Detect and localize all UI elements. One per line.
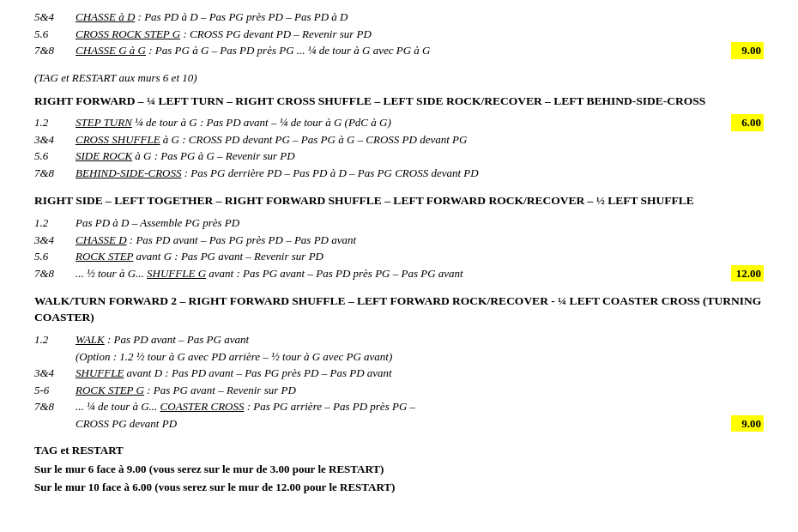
score-badge: 12.00 bbox=[731, 265, 764, 282]
desc-text: CHASSE G à G : Pas PG à G – Pas PD près … bbox=[76, 42, 724, 59]
section-2-line-4: 7&8 ... ½ tour à G... SHUFFLE G avant : … bbox=[34, 265, 764, 282]
section-3-line-4: 7&8 ... ¼ de tour à G... COASTER CROSS :… bbox=[34, 398, 764, 415]
count-label: 5.6 bbox=[34, 26, 76, 43]
desc-text: ROCK STEP G : Pas PG avant – Revenir sur… bbox=[76, 382, 764, 399]
section-1-line-1: 1.2 STEP TURN ¼ de tour à G : Pas PD ava… bbox=[34, 114, 764, 131]
score-badge: 9.00 bbox=[731, 42, 764, 59]
desc-text: ... ½ tour à G... SHUFFLE G avant : Pas … bbox=[76, 265, 724, 282]
desc-text: STEP TURN ¼ de tour à G : Pas PD avant –… bbox=[76, 114, 724, 131]
section-2-header: RIGHT SIDE – LEFT TOGETHER – RIGHT FORWA… bbox=[34, 193, 764, 209]
section-2: RIGHT SIDE – LEFT TOGETHER – RIGHT FORWA… bbox=[34, 193, 764, 281]
section-3-line-2: 3&4 SHUFFLE avant D : Pas PD avant – Pas… bbox=[34, 365, 764, 382]
count-label: 7&8 bbox=[34, 265, 76, 282]
desc-text: CROSS ROCK STEP G : CROSS PG devant PD –… bbox=[76, 26, 764, 43]
count-label: 5.6 bbox=[34, 248, 76, 265]
section-1-line-4: 7&8 BEHIND-SIDE-CROSS : Pas PG derrière … bbox=[34, 165, 764, 182]
count-label: 5.6 bbox=[34, 148, 76, 165]
intro-line-1: 5&4 CHASSE à D : Pas PD à D – Pas PG prè… bbox=[34, 9, 764, 26]
wall-line-1: Sur le mur 6 face à 9.00 (vous serez sur… bbox=[34, 461, 764, 479]
count-label: 3&4 bbox=[34, 365, 76, 382]
section-1-line-2: 3&4 CROSS SHUFFLE à G : CROSS PD devant … bbox=[34, 131, 764, 148]
count-label: 3&4 bbox=[34, 232, 76, 249]
intro-line-3: 7&8 CHASSE G à G : Pas PG à G – Pas PD p… bbox=[34, 42, 764, 59]
count-label: 1.2 bbox=[34, 215, 76, 232]
section-3-line-5: CROSS PG devant PD 9.00 bbox=[34, 415, 764, 432]
tag-restart-label: TAG et RESTART bbox=[34, 444, 764, 457]
desc-text: CHASSE à D : Pas PD à D – Pas PG près PD… bbox=[76, 9, 764, 26]
desc-text: CROSS PG devant PD bbox=[76, 415, 724, 432]
count-label: 5&4 bbox=[34, 9, 76, 26]
footer-section: TAG et RESTART Sur le mur 6 face à 9.00 … bbox=[34, 444, 764, 497]
desc-text: Pas PD à D – Assemble PG près PD bbox=[76, 215, 764, 232]
desc-text: ROCK STEP avant G : Pas PG avant – Reven… bbox=[76, 248, 764, 265]
section-1-header: RIGHT FORWARD – ¼ LEFT TURN – RIGHT CROS… bbox=[34, 94, 764, 110]
count-label: 1.2 bbox=[34, 331, 76, 348]
count-label: 7&8 bbox=[34, 165, 76, 182]
intro-section: 5&4 CHASSE à D : Pas PD à D – Pas PG prè… bbox=[34, 9, 764, 59]
desc-text: WALK : Pas PD avant – Pas PG avant bbox=[76, 331, 764, 348]
desc-text: SHUFFLE avant D : Pas PD avant – Pas PG … bbox=[76, 365, 764, 382]
count-label: 3&4 bbox=[34, 131, 76, 148]
section-2-line-2: 3&4 CHASSE D : Pas PD avant – Pas PG prè… bbox=[34, 232, 764, 249]
wall-line-2: Sur le mur 10 face à 6.00 (vous serez su… bbox=[34, 479, 764, 497]
desc-text: ... ¼ de tour à G... COASTER CROSS : Pas… bbox=[76, 398, 764, 415]
count-label: 7&8 bbox=[34, 398, 76, 415]
option-note: (Option : 1.2 ½ tour à G avec PD arrière… bbox=[76, 348, 764, 366]
tag-note: (TAG et RESTART aux murs 6 et 10) bbox=[34, 71, 764, 85]
desc-text: SIDE ROCK à G : Pas PG à G – Revenir sur… bbox=[76, 148, 764, 165]
section-2-line-1: 1.2 Pas PD à D – Assemble PG près PD bbox=[34, 215, 764, 232]
desc-text: BEHIND-SIDE-CROSS : Pas PG derrière PD –… bbox=[76, 165, 764, 182]
section-3-line-1: 1.2 WALK : Pas PD avant – Pas PG avant bbox=[34, 331, 764, 348]
intro-line-2: 5.6 CROSS ROCK STEP G : CROSS PG devant … bbox=[34, 26, 764, 43]
desc-text: CROSS SHUFFLE à G : CROSS PD devant PG –… bbox=[76, 131, 764, 148]
section-1-line-3: 5.6 SIDE ROCK à G : Pas PG à G – Revenir… bbox=[34, 148, 764, 165]
count-label: 5-6 bbox=[34, 382, 76, 399]
main-content: 5&4 CHASSE à D : Pas PD à D – Pas PG prè… bbox=[34, 9, 764, 497]
count-label: 7&8 bbox=[34, 42, 76, 59]
desc-text: CHASSE D : Pas PD avant – Pas PG près PD… bbox=[76, 232, 764, 249]
score-badge: 6.00 bbox=[731, 114, 764, 131]
count-label: 1.2 bbox=[34, 114, 76, 131]
section-1: RIGHT FORWARD – ¼ LEFT TURN – RIGHT CROS… bbox=[34, 94, 764, 182]
score-badge: 9.00 bbox=[731, 415, 764, 432]
section-3-line-3: 5-6 ROCK STEP G : Pas PG avant – Revenir… bbox=[34, 382, 764, 399]
section-3-header: WALK/TURN FORWARD 2 – RIGHT FORWARD SHUF… bbox=[34, 293, 764, 326]
section-3: WALK/TURN FORWARD 2 – RIGHT FORWARD SHUF… bbox=[34, 293, 764, 432]
section-2-line-3: 5.6 ROCK STEP avant G : Pas PG avant – R… bbox=[34, 248, 764, 265]
